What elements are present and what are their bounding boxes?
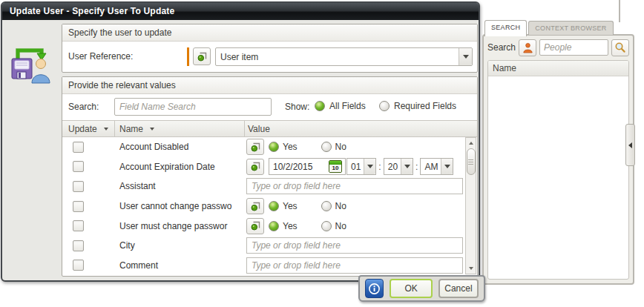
table-row: Assistant	[62, 176, 465, 197]
field-assign-button[interactable]	[246, 218, 264, 234]
dialog-title: Update User - Specify User To Update	[2, 3, 479, 20]
dialog-footer: OK Cancel	[358, 275, 485, 302]
field-name: City	[115, 240, 245, 251]
person-type-button[interactable]	[519, 39, 536, 56]
fields-table-body: Account Disabled Yes No	[62, 137, 465, 275]
all-fields-label: All Fields	[329, 101, 366, 111]
no-label: No	[335, 221, 346, 231]
field-value-input[interactable]	[246, 237, 463, 254]
user-reference-dropdown[interactable]: User item	[215, 47, 473, 66]
update-checkbox[interactable]	[73, 201, 84, 212]
yes-radio[interactable]	[269, 142, 279, 152]
field-assign-icon	[197, 52, 207, 62]
field-value-input[interactable]	[246, 178, 463, 194]
info-button[interactable]	[365, 279, 384, 298]
cancel-button[interactable]: Cancel	[438, 279, 479, 298]
field-assign-button[interactable]	[246, 198, 264, 214]
calendar-icon[interactable]: 10	[329, 160, 342, 173]
people-search-label: Search	[487, 42, 516, 53]
dropdown-arrow-button[interactable]	[459, 48, 472, 65]
update-checkbox[interactable]	[73, 240, 84, 251]
update-checkbox[interactable]	[73, 142, 84, 153]
people-search-input[interactable]	[539, 39, 608, 56]
dialog-icon-panel	[2, 20, 62, 280]
results-name-header: Name	[488, 61, 628, 76]
field-assign-icon	[251, 202, 260, 211]
hour-select[interactable]: 01	[346, 158, 376, 175]
value-column-header: Value	[245, 121, 477, 136]
update-checkbox[interactable]	[73, 181, 84, 192]
collapse-panel-button[interactable]	[625, 124, 635, 166]
table-row: User must change passwor Yes No	[62, 216, 465, 236]
time-separator: :	[378, 162, 381, 172]
update-user-dialog: Update User - Specify User To Update Spe…	[1, 1, 480, 282]
table-row: City	[62, 236, 465, 256]
field-name: Account Expiration Date	[115, 162, 245, 172]
required-fields-label: Required Fields	[394, 101, 456, 111]
update-checkbox[interactable]	[73, 220, 84, 231]
search-results-list: Name	[487, 60, 629, 280]
yes-radio[interactable]	[269, 221, 279, 231]
chevron-down-icon	[367, 165, 373, 168]
no-label: No	[335, 142, 346, 152]
table-scrollbar[interactable]	[465, 137, 476, 274]
search-button[interactable]	[611, 39, 629, 56]
canvas-edge-line	[619, 0, 620, 22]
scrollbar-thumb[interactable]	[467, 148, 476, 175]
table-row: User cannot change passwo Yes No	[62, 197, 465, 217]
meridiem-select[interactable]: AM	[420, 158, 453, 175]
tab-search[interactable]: SEARCH	[484, 20, 527, 36]
chevron-down-icon	[444, 165, 450, 168]
specify-user-header: Specify the user to update	[62, 24, 477, 42]
field-name: Assistant	[115, 181, 245, 191]
update-checkbox[interactable]	[73, 161, 84, 172]
sort-arrow-icon	[104, 128, 108, 131]
update-user-floppy-person-icon	[10, 44, 52, 86]
scroll-up-button[interactable]	[466, 138, 476, 148]
specify-user-group: Specify the user to update User Referenc…	[62, 24, 478, 73]
chevron-down-icon	[404, 165, 410, 168]
no-radio[interactable]	[321, 221, 332, 231]
context-browser-panel: SEARCH CONTEXT BROWSER Search Name	[482, 20, 634, 285]
yes-label: Yes	[283, 201, 298, 211]
arrow-down-icon	[469, 267, 473, 270]
panel-tabs: SEARCH CONTEXT BROWSER	[482, 20, 634, 35]
collapse-panel-arrow-icon	[628, 142, 632, 148]
no-radio[interactable]	[321, 142, 332, 152]
field-name: Comment	[115, 260, 245, 271]
values-group: Provide the relevant values Search: Show…	[62, 76, 478, 277]
time-separator: :	[415, 162, 418, 172]
update-checkbox[interactable]	[73, 260, 84, 271]
date-input[interactable]	[269, 162, 329, 172]
ok-button[interactable]: OK	[390, 279, 433, 298]
name-column-header[interactable]: Name	[115, 121, 245, 136]
values-header: Provide the relevant values	[62, 77, 477, 94]
minute-select[interactable]: 20	[384, 158, 413, 175]
field-assign-icon	[251, 142, 260, 152]
user-reference-value: User item	[216, 52, 459, 62]
no-radio[interactable]	[321, 201, 332, 211]
yes-label: Yes	[283, 221, 298, 231]
user-reference-label: User Reference:	[68, 51, 133, 62]
tab-context-browser[interactable]: CONTEXT BROWSER	[528, 21, 613, 35]
search-panel-body: Search Name	[482, 34, 634, 285]
scroll-down-button[interactable]	[466, 263, 476, 274]
table-row: Comment	[62, 255, 465, 275]
update-column-header[interactable]: Update	[62, 121, 115, 136]
field-value-input[interactable]	[246, 257, 463, 274]
all-fields-radio[interactable]	[315, 101, 325, 111]
info-icon	[368, 283, 381, 295]
yes-label: Yes	[283, 142, 298, 152]
table-row: Account Expiration Date 10 01	[62, 157, 465, 177]
yes-radio[interactable]	[269, 201, 279, 211]
field-assign-button[interactable]	[246, 159, 264, 175]
field-assign-button[interactable]	[193, 47, 211, 65]
arrow-up-icon	[469, 142, 473, 145]
field-search-input[interactable]	[114, 98, 272, 116]
required-fields-radio[interactable]	[379, 101, 390, 111]
table-header: Update Name Value	[62, 120, 477, 137]
field-name: User cannot change passwo	[115, 201, 245, 211]
person-icon	[522, 42, 533, 53]
table-row: Account Disabled Yes No	[62, 137, 465, 157]
field-assign-button[interactable]	[246, 139, 264, 155]
